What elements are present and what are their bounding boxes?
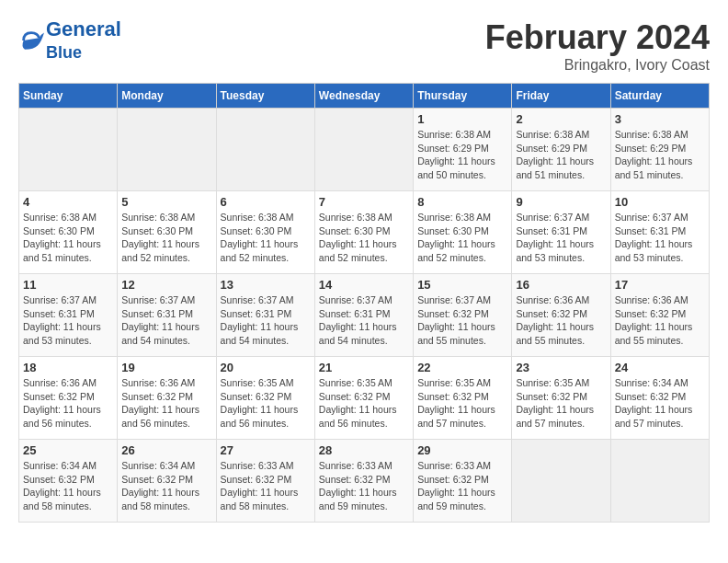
calendar-cell: 12Sunrise: 6:37 AM Sunset: 6:31 PM Dayli… <box>118 274 216 357</box>
title-block: February 2024 Bringakro, Ivory Coast <box>485 18 710 74</box>
day-info: Sunrise: 6:37 AM Sunset: 6:31 PM Dayligh… <box>319 293 409 348</box>
day-number: 9 <box>516 195 606 209</box>
day-info: Sunrise: 6:36 AM Sunset: 6:32 PM Dayligh… <box>121 376 211 431</box>
calendar-cell: 8Sunrise: 6:38 AM Sunset: 6:30 PM Daylig… <box>414 191 512 274</box>
logo-general: General <box>46 17 121 40</box>
day-number: 14 <box>319 278 409 292</box>
calendar-cell: 28Sunrise: 6:33 AM Sunset: 6:32 PM Dayli… <box>314 440 413 523</box>
day-info: Sunrise: 6:36 AM Sunset: 6:32 PM Dayligh… <box>516 293 606 348</box>
location-subtitle: Bringakro, Ivory Coast <box>485 57 710 74</box>
calendar-cell: 27Sunrise: 6:33 AM Sunset: 6:32 PM Dayli… <box>216 440 314 523</box>
day-info: Sunrise: 6:34 AM Sunset: 6:32 PM Dayligh… <box>23 459 113 513</box>
day-number: 19 <box>121 361 211 374</box>
weekday-header-tuesday: Tuesday <box>216 84 314 109</box>
calendar-cell: 15Sunrise: 6:37 AM Sunset: 6:32 PM Dayli… <box>414 274 512 357</box>
calendar-cell: 24Sunrise: 6:34 AM Sunset: 6:32 PM Dayli… <box>610 357 709 440</box>
day-number: 11 <box>23 278 113 292</box>
day-number: 24 <box>615 361 705 374</box>
month-year: February 2024 <box>485 18 710 57</box>
day-info: Sunrise: 6:38 AM Sunset: 6:30 PM Dayligh… <box>417 211 507 265</box>
calendar-cell: 22Sunrise: 6:35 AM Sunset: 6:32 PM Dayli… <box>414 357 512 440</box>
day-info: Sunrise: 6:38 AM Sunset: 6:30 PM Dayligh… <box>121 211 211 265</box>
day-number: 27 <box>221 443 311 457</box>
calendar-table: SundayMondayTuesdayWednesdayThursdayFrid… <box>18 83 710 523</box>
calendar-cell: 29Sunrise: 6:33 AM Sunset: 6:32 PM Dayli… <box>414 440 512 523</box>
day-number: 26 <box>121 443 211 457</box>
day-info: Sunrise: 6:38 AM Sunset: 6:29 PM Dayligh… <box>417 128 507 182</box>
day-number: 13 <box>221 278 311 292</box>
day-number: 28 <box>319 443 409 457</box>
day-info: Sunrise: 6:33 AM Sunset: 6:32 PM Dayligh… <box>319 459 409 513</box>
calendar-cell <box>118 109 216 191</box>
calendar-cell: 7Sunrise: 6:38 AM Sunset: 6:30 PM Daylig… <box>314 191 413 274</box>
calendar-cell: 19Sunrise: 6:36 AM Sunset: 6:32 PM Dayli… <box>118 357 216 440</box>
calendar-cell <box>19 109 118 191</box>
day-info: Sunrise: 6:38 AM Sunset: 6:29 PM Dayligh… <box>615 128 705 182</box>
calendar-cell: 14Sunrise: 6:37 AM Sunset: 6:31 PM Dayli… <box>314 274 413 357</box>
day-number: 16 <box>516 278 606 292</box>
day-info: Sunrise: 6:38 AM Sunset: 6:30 PM Dayligh… <box>319 211 409 265</box>
day-info: Sunrise: 6:35 AM Sunset: 6:32 PM Dayligh… <box>319 376 409 431</box>
day-number: 6 <box>221 195 311 209</box>
day-number: 18 <box>23 361 113 374</box>
calendar-cell: 1Sunrise: 6:38 AM Sunset: 6:29 PM Daylig… <box>414 109 512 191</box>
day-number: 7 <box>319 195 409 209</box>
weekday-header-friday: Friday <box>512 84 610 109</box>
logo: General Blue <box>18 18 121 63</box>
calendar-cell: 25Sunrise: 6:34 AM Sunset: 6:32 PM Dayli… <box>19 440 118 523</box>
day-number: 29 <box>417 443 507 457</box>
day-info: Sunrise: 6:33 AM Sunset: 6:32 PM Dayligh… <box>221 459 311 513</box>
calendar-body: 1Sunrise: 6:38 AM Sunset: 6:29 PM Daylig… <box>19 109 710 523</box>
calendar-week-5: 25Sunrise: 6:34 AM Sunset: 6:32 PM Dayli… <box>19 440 710 523</box>
day-number: 12 <box>121 278 211 292</box>
day-info: Sunrise: 6:38 AM Sunset: 6:29 PM Dayligh… <box>516 128 606 182</box>
calendar-cell: 9Sunrise: 6:37 AM Sunset: 6:31 PM Daylig… <box>512 191 610 274</box>
day-number: 22 <box>417 361 507 374</box>
calendar-cell: 3Sunrise: 6:38 AM Sunset: 6:29 PM Daylig… <box>610 109 709 191</box>
day-info: Sunrise: 6:35 AM Sunset: 6:32 PM Dayligh… <box>221 376 311 431</box>
logo-blue: Blue <box>46 43 82 62</box>
day-info: Sunrise: 6:37 AM Sunset: 6:31 PM Dayligh… <box>221 293 311 348</box>
day-number: 17 <box>615 278 705 292</box>
day-info: Sunrise: 6:37 AM Sunset: 6:32 PM Dayligh… <box>417 293 507 348</box>
day-info: Sunrise: 6:37 AM Sunset: 6:31 PM Dayligh… <box>121 293 211 348</box>
day-number: 8 <box>417 195 507 209</box>
day-number: 2 <box>516 112 606 126</box>
day-number: 21 <box>319 361 409 374</box>
calendar-week-4: 18Sunrise: 6:36 AM Sunset: 6:32 PM Dayli… <box>19 357 710 440</box>
weekday-header-sunday: Sunday <box>19 84 118 109</box>
calendar-cell: 2Sunrise: 6:38 AM Sunset: 6:29 PM Daylig… <box>512 109 610 191</box>
day-number: 23 <box>516 361 606 374</box>
day-info: Sunrise: 6:35 AM Sunset: 6:32 PM Dayligh… <box>516 376 606 431</box>
weekday-header-monday: Monday <box>118 84 216 109</box>
calendar-cell <box>216 109 314 191</box>
day-info: Sunrise: 6:36 AM Sunset: 6:32 PM Dayligh… <box>615 293 705 348</box>
day-info: Sunrise: 6:37 AM Sunset: 6:31 PM Dayligh… <box>23 293 113 348</box>
calendar-cell: 13Sunrise: 6:37 AM Sunset: 6:31 PM Dayli… <box>216 274 314 357</box>
day-info: Sunrise: 6:35 AM Sunset: 6:32 PM Dayligh… <box>417 376 507 431</box>
calendar-cell: 5Sunrise: 6:38 AM Sunset: 6:30 PM Daylig… <box>118 191 216 274</box>
day-info: Sunrise: 6:38 AM Sunset: 6:30 PM Dayligh… <box>23 211 113 265</box>
logo-text: General Blue <box>46 18 121 63</box>
calendar-cell: 23Sunrise: 6:35 AM Sunset: 6:32 PM Dayli… <box>512 357 610 440</box>
calendar-cell: 20Sunrise: 6:35 AM Sunset: 6:32 PM Dayli… <box>216 357 314 440</box>
day-info: Sunrise: 6:34 AM Sunset: 6:32 PM Dayligh… <box>121 459 211 513</box>
page-header: General Blue February 2024 Bringakro, Iv… <box>18 18 710 74</box>
calendar-cell: 16Sunrise: 6:36 AM Sunset: 6:32 PM Dayli… <box>512 274 610 357</box>
day-info: Sunrise: 6:38 AM Sunset: 6:30 PM Dayligh… <box>221 211 311 265</box>
calendar-cell <box>512 440 610 523</box>
day-number: 20 <box>221 361 311 374</box>
weekday-header-wednesday: Wednesday <box>314 84 413 109</box>
calendar-cell: 21Sunrise: 6:35 AM Sunset: 6:32 PM Dayli… <box>314 357 413 440</box>
day-number: 4 <box>23 195 113 209</box>
calendar-week-2: 4Sunrise: 6:38 AM Sunset: 6:30 PM Daylig… <box>19 191 710 274</box>
calendar-week-1: 1Sunrise: 6:38 AM Sunset: 6:29 PM Daylig… <box>19 109 710 191</box>
day-number: 25 <box>23 443 113 457</box>
weekday-header-thursday: Thursday <box>414 84 512 109</box>
calendar-header-row: SundayMondayTuesdayWednesdayThursdayFrid… <box>19 84 710 109</box>
calendar-cell <box>314 109 413 191</box>
calendar-cell: 10Sunrise: 6:37 AM Sunset: 6:31 PM Dayli… <box>610 191 709 274</box>
calendar-week-3: 11Sunrise: 6:37 AM Sunset: 6:31 PM Dayli… <box>19 274 710 357</box>
day-number: 5 <box>121 195 211 209</box>
calendar-cell: 4Sunrise: 6:38 AM Sunset: 6:30 PM Daylig… <box>19 191 118 274</box>
